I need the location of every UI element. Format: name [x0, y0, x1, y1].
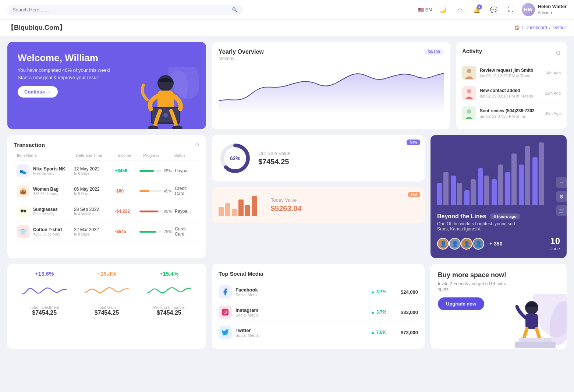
item-name-col: 👟 Nike Sports NK Free delivery: [17, 165, 71, 177]
activity-settings-icon[interactable]: ⚙: [556, 50, 561, 57]
item-sub: ₹283.65 delivery: [33, 232, 62, 236]
buy-illustration: [504, 294, 567, 349]
progress-col: 65%: [139, 169, 172, 173]
stat-percent-3: +15.4%: [141, 271, 197, 277]
user-profile[interactable]: HW Helen Walter Admin ▾: [522, 3, 567, 16]
item-icon: 👜: [17, 185, 29, 197]
hot-badge: Hot: [408, 192, 420, 197]
yearly-overview-card: Yearly Overview Monday 50/100: [212, 42, 450, 129]
progress-pct: 65%: [164, 169, 172, 173]
notifications-icon[interactable]: 🔔 4: [471, 4, 483, 15]
item-icon: 🕶: [17, 205, 29, 218]
social-title: Top Social Media: [219, 271, 418, 277]
breadcrumb-default: Default: [553, 25, 567, 30]
dark-mode-toggle[interactable]: 🌙: [437, 4, 449, 15]
instagram-growth: ▲ 3.7%: [371, 310, 386, 315]
item-sub: Free delivery: [33, 212, 58, 216]
activity-time-1: 14m Ago: [545, 71, 561, 75]
upgrade-button[interactable]: Upgrade now: [438, 297, 484, 310]
svg-rect-27: [515, 342, 556, 348]
cart-icon[interactable]: 🛒: [556, 205, 567, 216]
table-row: 👕 Cotton T-shirt ₹283.65 delivery 22 Mar…: [14, 222, 199, 242]
item-name: Women Bag: [33, 187, 59, 192]
today-label: Today Value: [271, 197, 301, 203]
table-row: 👜 Women Bag ₹83.65 delivery 06 May 2022 …: [14, 181, 199, 201]
breadcrumb-separator2: /: [549, 25, 550, 30]
svg-rect-18: [222, 309, 228, 315]
item-info: Women Bag ₹83.65 delivery: [33, 187, 59, 196]
progress-fill: [139, 211, 158, 212]
home-icon[interactable]: 🏠: [514, 25, 520, 30]
today-value-card: Today Value $5263.04 Hot: [212, 187, 425, 223]
progress-fill: [139, 190, 149, 192]
search-icon: 🔍: [232, 7, 238, 13]
expand-icon[interactable]: ⛶: [505, 4, 517, 15]
social-media-card: Top Social Media Facebook Social Media ▲…: [212, 264, 425, 349]
activity-item-2: New contact added jan 02 19 03:10 PM at …: [462, 83, 561, 103]
income-value: -$80: [115, 188, 137, 194]
search-bar[interactable]: 🔍: [7, 5, 243, 15]
date-col: 06 May 2022 In 5 Days: [74, 187, 112, 196]
mini-stat-3: +15.4% Profit in 6 months $7454.25: [141, 271, 197, 342]
user-name-block: Helen Walter Admin ▾: [538, 4, 567, 15]
welcome-card: Welcome, William You have completed 40% …: [7, 42, 206, 129]
yearly-subtitle: Monday: [219, 56, 264, 61]
yearly-title-block: Yearly Overview Monday: [219, 49, 264, 61]
beyond-card: Beyond the Lines 6 hours ago One Of the …: [431, 135, 567, 258]
new-badge: New: [407, 140, 420, 145]
activity-text-1: Review request jim Smith jan 03 19 12:25…: [480, 68, 541, 78]
language-selector[interactable]: 🇺🇸 EN: [418, 7, 432, 13]
item-sub: ₹83.65 delivery: [33, 192, 59, 196]
date-col: 28 Sep 2022 In 4 Months: [74, 207, 112, 216]
date-main: 22 Mar 2022: [74, 227, 112, 232]
yearly-card-header: Yearly Overview Monday 50/100: [219, 49, 444, 61]
mini-bar-chart: [219, 194, 257, 216]
avatar-2: 👤: [449, 238, 461, 250]
side-settings-icon[interactable]: ⚙: [556, 191, 567, 202]
facebook-icon: [219, 285, 232, 299]
donut-chart: 62%: [219, 142, 252, 175]
breadcrumb-bar: 【Biqubiqu.Com】 🏠 / Dashboard / Default: [0, 20, 574, 36]
wave-chart-2: [78, 281, 135, 300]
income-value: +$456: [115, 168, 137, 173]
svg-rect-24: [525, 314, 538, 329]
date-col: 22 Mar 2022 In 8 Days: [74, 227, 112, 236]
svg-point-10: [467, 69, 471, 73]
top-navigation: 🔍 🇺🇸 EN 🌙 ☆ 🔔 4 💬 ⛶ HW Helen Walter Admi…: [0, 0, 574, 20]
transaction-header: Transaction ⚙: [14, 142, 199, 148]
item-name-col: 👜 Women Bag ₹83.65 delivery: [17, 185, 71, 197]
income-value: -$4,232: [115, 209, 137, 214]
wave-chart-1: [16, 281, 72, 300]
progress-bar: [139, 231, 162, 233]
avatar-row: 👤 👤 👤 👤 + 350 10 June: [437, 236, 560, 251]
beyond-bar-chart: [437, 142, 560, 208]
continue-button[interactable]: Continue →: [18, 86, 58, 98]
messages-icon[interactable]: 💬: [488, 4, 500, 15]
svg-point-12: [467, 89, 471, 93]
sale-info: Our Sale Value $7454.25: [258, 151, 290, 166]
activity-item: Review request jim Smith jan 03 19 12:25…: [462, 63, 561, 83]
col-date: Date and Time: [76, 153, 115, 158]
wave-icon[interactable]: 〰: [556, 177, 567, 188]
status-text: Credit Card: [175, 186, 196, 196]
progress-bar: [139, 190, 162, 192]
transaction-title: Transaction: [14, 142, 45, 148]
yearly-title: Yearly Overview: [219, 49, 264, 55]
transaction-settings-icon[interactable]: ⚙: [195, 142, 199, 148]
date-sub: In 8 Days: [74, 232, 112, 236]
stat-label-2: Total Gain: [78, 305, 135, 310]
date-badge: 10 June: [550, 236, 560, 251]
nav-right: 🇺🇸 EN 🌙 ☆ 🔔 4 💬 ⛶ HW Helen Walter Admin …: [418, 3, 567, 16]
breadcrumb-separator: /: [522, 25, 523, 30]
breadcrumb-dashboard[interactable]: Dashboard: [525, 25, 547, 30]
progress-col: 85%: [139, 209, 172, 213]
income-value: -$645: [115, 229, 137, 234]
item-icon: 👕: [17, 225, 29, 238]
progress-pct: 45%: [164, 189, 172, 193]
search-input[interactable]: [13, 7, 229, 13]
sale-cards-column: 62% Our Sale Value $7454.25 New Today Va…: [212, 135, 425, 258]
activity-thumb-1: [462, 66, 476, 80]
welcome-subtitle: You have completed 40% of your this week…: [18, 67, 113, 81]
progress-fill: [139, 170, 154, 172]
favorites-icon[interactable]: ☆: [454, 4, 466, 15]
